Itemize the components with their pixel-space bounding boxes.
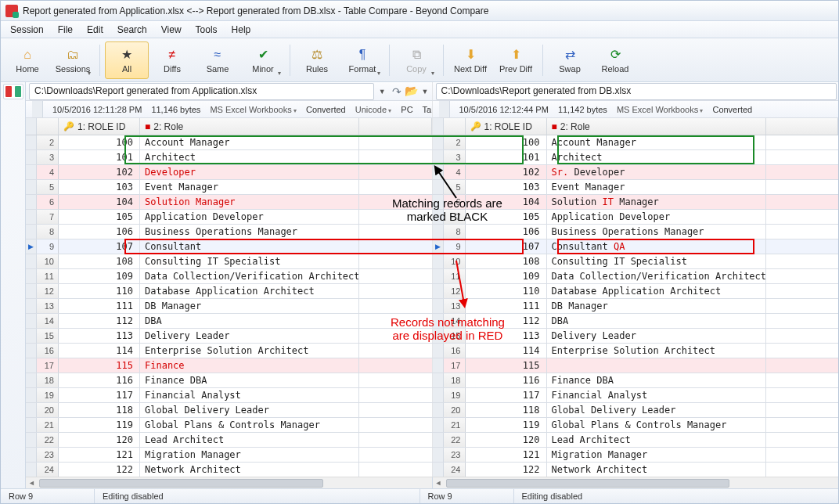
table-row[interactable]: 6104Solution Manager6104Solution IT Mana… bbox=[26, 195, 838, 210]
rules-icon: ⚖ bbox=[311, 47, 322, 63]
left-converted: Converted bbox=[306, 105, 346, 114]
table-row[interactable]: 21119Global Plans & Controls Manager2111… bbox=[26, 418, 838, 433]
window-titlebar: Report generated from Application.xlsx <… bbox=[1, 1, 838, 21]
copy-icon: ⧉ bbox=[412, 47, 421, 63]
status-edit-right: Editing disabled bbox=[514, 489, 839, 503]
filter-same-button[interactable]: ≈Same bbox=[196, 41, 239, 79]
left-date: 10/5/2016 12:11:28 PM bbox=[52, 105, 142, 114]
filter-all-button[interactable]: ★All bbox=[105, 41, 149, 79]
pane-layout-icon bbox=[3, 84, 23, 99]
table-row[interactable]: 24122Network Architect24122Network Archi… bbox=[26, 463, 838, 477]
app-icon bbox=[5, 5, 18, 17]
left-horizontal-scrollbar[interactable]: ◄ bbox=[26, 477, 433, 488]
filter-minor-button[interactable]: ✔Minor bbox=[241, 41, 285, 79]
filter-diffs-button[interactable]: ≠Diffs bbox=[150, 41, 194, 79]
menu-help[interactable]: Help bbox=[225, 23, 257, 37]
menu-search[interactable]: Search bbox=[111, 23, 153, 37]
table-row[interactable]: 19117Financial Analyst19117Financial Ana… bbox=[26, 388, 838, 403]
left-format[interactable]: MS Excel Workbooks bbox=[210, 105, 297, 114]
left-roleid-header[interactable]: 🔑1: ROLE ID bbox=[59, 118, 140, 135]
right-converted: Converted bbox=[712, 105, 752, 114]
thumbnail-strip[interactable] bbox=[1, 82, 26, 488]
right-path-input[interactable]: C:\Downloads\Report generated from DB.xl… bbox=[436, 83, 837, 100]
left-path-input[interactable]: C:\Downloads\Report generated from Appli… bbox=[29, 83, 374, 100]
left-lineend: PC bbox=[401, 105, 412, 114]
table-row[interactable]: 12110Database Application Architect12110… bbox=[26, 284, 838, 299]
menu-session[interactable]: Session bbox=[4, 23, 50, 37]
table-row[interactable]: 20118Global Delivery Leader20118Global D… bbox=[26, 403, 838, 418]
same-icon: ≈ bbox=[214, 47, 221, 63]
left-rownum-header[interactable] bbox=[37, 118, 59, 135]
home-button[interactable]: ⌂Home bbox=[5, 41, 49, 79]
table-row[interactable]: 17115Finance17115 bbox=[26, 358, 838, 373]
format-icon: ¶ bbox=[359, 47, 366, 63]
rules-button[interactable]: ⚖Rules bbox=[295, 41, 339, 79]
menu-bar: SessionFileEditSearchViewToolsHelp bbox=[1, 21, 838, 38]
table-row[interactable]: 2100Account Manager2100Account Manager bbox=[26, 135, 838, 150]
left-tab: Tab bbox=[423, 105, 433, 114]
right-roleid-header[interactable]: 🔑1: ROLE ID bbox=[466, 118, 547, 135]
table-row[interactable]: 8106Business Operations Manager8106Busin… bbox=[26, 225, 838, 239]
star-icon: ★ bbox=[121, 47, 132, 63]
sessions-button[interactable]: 🗂Sessions bbox=[51, 41, 95, 79]
sessions-icon: 🗂 bbox=[67, 47, 79, 63]
table-row[interactable]: 4102Developer4102Sr. Developer bbox=[26, 165, 838, 180]
table-row[interactable]: 18116Finance DBA18116Finance DBA bbox=[26, 373, 838, 388]
table-row[interactable]: 13111DB Manager13111DB Manager bbox=[26, 299, 838, 314]
table-row[interactable]: 11109Data Collection/Verification Archit… bbox=[26, 269, 838, 284]
compare-grid[interactable]: Matching records aremarked BLACK Records… bbox=[26, 135, 838, 477]
table-row[interactable]: 14112DBA14112DBA bbox=[26, 314, 838, 329]
status-bar: Row 9 Editing disabled Row 9 Editing dis… bbox=[1, 488, 838, 503]
left-role-header[interactable]: ■2: Role bbox=[140, 118, 359, 135]
menu-tools[interactable]: Tools bbox=[189, 23, 224, 37]
menu-view[interactable]: View bbox=[155, 23, 188, 37]
table-row[interactable]: 16114Enterprise Solution Architect16114E… bbox=[26, 344, 838, 358]
next-diff-button[interactable]: ⬇Next Diff bbox=[448, 41, 492, 79]
left-meta-bar: 10/5/2016 12:11:28 PM 11,146 bytes MS Ex… bbox=[26, 101, 433, 117]
table-row[interactable]: 15113Delivery Leader15113Delivery Leader bbox=[26, 329, 838, 344]
right-role-header[interactable]: ■2: Role bbox=[547, 118, 766, 135]
right-meta-bar: 10/5/2016 12:12:44 PM 11,142 bytes MS Ex… bbox=[433, 101, 839, 117]
swap-icon: ⇄ bbox=[565, 47, 575, 63]
table-row[interactable]: 23121Migration Manager23121Migration Man… bbox=[26, 448, 838, 463]
status-edit-left: Editing disabled bbox=[95, 489, 420, 503]
status-row-right: Row 9 bbox=[420, 489, 514, 503]
table-row[interactable]: 10108Consulting IT Specialist10108Consul… bbox=[26, 254, 838, 269]
right-rownum-header[interactable] bbox=[444, 118, 466, 135]
copy-button[interactable]: ⧉Copy bbox=[394, 41, 438, 79]
right-date: 10/5/2016 12:12:44 PM bbox=[459, 105, 549, 114]
table-row[interactable]: 22120Lead Architect22120Lead Architect bbox=[26, 433, 838, 448]
status-row-left: Row 9 bbox=[1, 489, 95, 503]
table-row[interactable]: 3101Architect3101Architect bbox=[26, 150, 838, 165]
home-icon: ⌂ bbox=[23, 47, 31, 63]
minor-icon: ✔ bbox=[258, 47, 268, 63]
reload-icon: ⟳ bbox=[610, 47, 621, 63]
right-horizontal-scrollbar[interactable]: ◄ bbox=[433, 477, 839, 488]
right-size: 11,142 bytes bbox=[558, 105, 607, 114]
prev-diff-button[interactable]: ⬆Prev Diff bbox=[494, 41, 538, 79]
prev-diff-icon: ⬆ bbox=[511, 47, 521, 63]
left-folder-dropdown[interactable]: ▼ bbox=[422, 88, 429, 95]
next-diff-icon: ⬇ bbox=[466, 47, 476, 63]
reload-button[interactable]: ⟳Reload bbox=[593, 41, 637, 79]
swap-button[interactable]: ⇄Swap bbox=[548, 41, 592, 79]
menu-file[interactable]: File bbox=[52, 23, 79, 37]
table-row[interactable]: 5103Event Manager5103Event Manager bbox=[26, 180, 838, 195]
key-icon: 🔑 bbox=[470, 121, 481, 131]
format-button[interactable]: ¶Format bbox=[340, 41, 384, 79]
toolbar: ⌂Home 🗂Sessions ★All ≠Diffs ≈Same ✔Minor… bbox=[1, 38, 838, 82]
diffs-icon: ≠ bbox=[169, 47, 176, 63]
table-row[interactable]: 7105Application Developer7105Application… bbox=[26, 210, 838, 225]
left-path-dropdown[interactable]: ▼ bbox=[379, 88, 386, 95]
window-title: Report generated from Application.xlsx <… bbox=[23, 5, 488, 16]
right-format[interactable]: MS Excel Workbooks bbox=[617, 105, 704, 114]
left-size: 11,146 bytes bbox=[151, 105, 200, 114]
left-history-icon[interactable]: ↷ bbox=[389, 85, 405, 98]
left-encoding[interactable]: Unicode bbox=[355, 105, 392, 114]
menu-edit[interactable]: Edit bbox=[81, 23, 110, 37]
key-icon: 🔑 bbox=[63, 121, 74, 131]
table-row[interactable]: ▶9107Consultant▶9107Consultant QA bbox=[26, 239, 838, 254]
left-open-folder-icon[interactable]: 📂 bbox=[405, 85, 419, 99]
